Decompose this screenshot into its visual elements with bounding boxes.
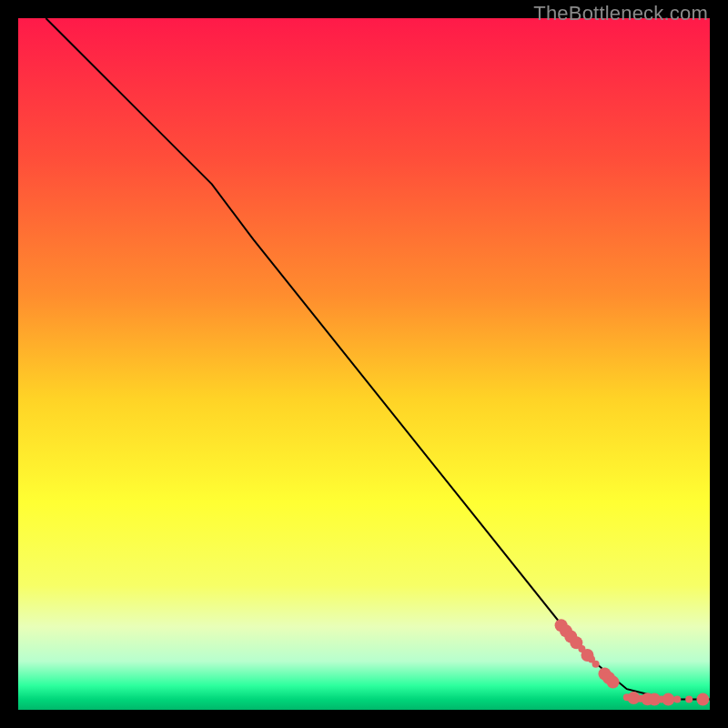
data-point	[662, 693, 674, 706]
chart-svg	[18, 18, 710, 710]
watermark-text: TheBottleneck.com	[533, 2, 708, 25]
data-point	[592, 661, 600, 668]
data-point	[685, 696, 693, 703]
data-point	[673, 696, 681, 703]
gradient-background	[18, 18, 710, 710]
chart-frame	[18, 18, 710, 710]
data-point	[696, 693, 709, 706]
data-point	[607, 676, 620, 689]
